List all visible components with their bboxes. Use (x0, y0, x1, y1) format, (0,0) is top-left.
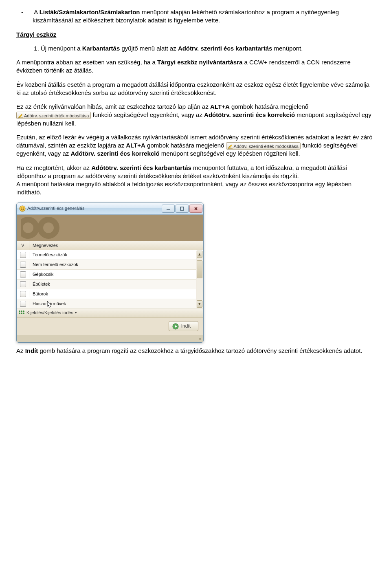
scroll-thumb[interactable] (197, 260, 202, 278)
text: A menüpont hatására megnyíló ablakból a … (16, 181, 351, 196)
bold-text: Adótörv. szerinti écs korrekció (70, 150, 159, 157)
text: A menüpontra abban az esetben van szüksé… (16, 59, 157, 66)
text: Az (16, 347, 25, 354)
column-header-v[interactable]: V (17, 241, 29, 250)
window-titlebar[interactable]: Adótrv.szerinti écs generálás (17, 203, 203, 215)
resize-grip[interactable] (17, 335, 203, 342)
alt-a-shortcut: ALT+A (210, 103, 230, 110)
text: menüpont segítségével egy lépésben rögzí… (160, 150, 300, 157)
app-icon (19, 205, 26, 212)
scrollbar[interactable]: ▴ ▾ (196, 251, 203, 308)
bold-text: Adótötrv. szerinti écs korrekció (204, 111, 295, 118)
checkbox[interactable] (20, 252, 26, 258)
checkbox[interactable] (20, 281, 26, 287)
text: Ha ez megtörtént, akkor az (16, 164, 91, 171)
inline-button-adotrv-modositasa[interactable]: Adótrv. szerinti érték módosítása (226, 142, 301, 150)
menupath-bold: Listák/Számlakarton/Számlakarton (40, 9, 140, 15)
pencil-icon (18, 113, 23, 119)
minimize-button[interactable] (162, 205, 175, 213)
svg-rect-6 (180, 207, 184, 210)
list-row[interactable]: Nem termelő eszközök (17, 260, 203, 270)
indit-label: Indít (181, 323, 191, 329)
window-toolbar (17, 215, 203, 241)
dialog-adotrv-ecs-generalas: Adótrv.szerinti écs generálás V Megnevez… (16, 203, 204, 343)
paragraph: Év közbeni átállás esetén a program a me… (16, 81, 375, 97)
bold-text: Adótötrv. szerinti écs karbantartás (91, 164, 191, 171)
maximize-icon (180, 207, 184, 211)
text: A (34, 9, 39, 15)
bold-text: Karbantartás (82, 45, 120, 52)
checkbox[interactable] (20, 291, 26, 297)
list-cell: Termelőeszközök (29, 252, 203, 258)
list-body: Termelőeszközök Nem termelő eszközök Gép… (17, 250, 203, 308)
svg-point-9 (23, 311, 24, 312)
text: Ez az érték nyilvánvalóan hibás, amit az… (16, 103, 210, 110)
checkbox[interactable] (20, 301, 26, 307)
numbered-list: Új menüpont a Karbantartás gyűjtő menü a… (16, 44, 375, 53)
list-header: V Megnevezés (17, 241, 203, 250)
paragraph: A menüpontra abban az esetben van szüksé… (16, 58, 375, 75)
svg-point-8 (21, 311, 22, 312)
bullet-list: A Listák/Számlakarton/Számlakarton menüp… (16, 8, 375, 25)
inline-button-label: Adótrv. szerinti érték módosítása (24, 113, 89, 118)
svg-rect-5 (167, 209, 170, 210)
dialog-footer: Indít (17, 317, 203, 335)
list-row[interactable]: Termelőeszközök (17, 250, 203, 260)
inline-button-adotrv-modositasa[interactable]: Adótrv. szerinti érték módosítása (16, 112, 91, 119)
scroll-down-button[interactable]: ▾ (197, 300, 202, 308)
list-row[interactable]: Haszonjárművek (17, 299, 203, 309)
select-deselect-label: Kijelölés/Kijelölés törlés (26, 310, 73, 316)
text: gyűjtő menü alatt az (120, 45, 178, 52)
list-cell: Épületek (29, 281, 203, 287)
pencil-icon (227, 143, 233, 149)
minimize-icon (166, 207, 170, 211)
svg-point-3 (21, 207, 22, 208)
maximize-button[interactable] (176, 205, 189, 213)
text: gombok hatására megjelenő (230, 103, 308, 110)
svg-point-4 (23, 207, 24, 208)
dropdown-arrow-icon: ▾ (75, 310, 77, 315)
text: Új menüpont a (41, 45, 82, 52)
list-cell: Bútorok (29, 291, 203, 297)
numbered-item-1: Új menüpont a Karbantartás gyűjtő menü a… (41, 44, 375, 53)
bold-text: Tárgyi eszköz nyilvántartásra (157, 59, 242, 66)
list-cell: Gépkocsik (29, 271, 203, 277)
window-title: Adótrv.szerinti écs generálás (27, 205, 162, 211)
paragraph: Ezután, az előző lezár év végéig a válla… (16, 133, 375, 158)
paragraph: Az Indít gomb hatására a program rögzíti… (16, 347, 375, 355)
text: gombok hatására megjelenő (145, 142, 226, 149)
list-cell: Haszonjárművek (29, 301, 203, 307)
inline-button-label: Adótrv. szerinti érték módosítása (234, 144, 299, 149)
list-cell: Nem termelő eszközök (29, 262, 203, 268)
close-button[interactable] (189, 205, 202, 213)
bullet-item: A Listák/Számlakarton/Számlakarton menüp… (33, 8, 375, 25)
bold-text: Indít (25, 347, 38, 354)
bold-text: Adótrv. szerinti écs karbantartás (178, 45, 272, 52)
paragraph: Ez az érték nyilvánvalóan hibás, amit az… (16, 103, 375, 128)
select-deselect-bar[interactable]: Kijelölés/Kijelölés törlés ▾ (17, 308, 203, 317)
alt-a-shortcut: ALT+A (126, 142, 145, 149)
play-icon (172, 323, 179, 330)
list-row[interactable]: Épületek (17, 280, 203, 289)
indit-button[interactable]: Indít (169, 321, 198, 331)
checkbox[interactable] (20, 271, 26, 277)
svg-point-12 (23, 313, 24, 314)
svg-point-11 (21, 313, 22, 314)
close-icon (194, 207, 198, 211)
paragraph: Ha ez megtörtént, akkor az Adótötrv. sze… (16, 164, 375, 197)
text: gomb hatására a program rögzíti az eszkö… (38, 347, 362, 354)
svg-point-10 (19, 313, 20, 314)
svg-point-2 (20, 206, 25, 211)
scroll-up-button[interactable]: ▴ (197, 251, 202, 258)
select-all-icon (18, 310, 25, 316)
svg-point-7 (19, 311, 20, 312)
text: menüpont. (272, 45, 303, 52)
section-heading-targyi-eszkoz: Tárgyi eszköz (16, 31, 375, 39)
column-header-megnevezes[interactable]: Megnevezés (29, 241, 203, 250)
list-row[interactable]: Bútorok (17, 289, 203, 299)
text: funkció segítségével egyenként, vagy az (93, 111, 204, 118)
checkbox[interactable] (20, 262, 26, 268)
list-row[interactable]: Gépkocsik (17, 270, 203, 280)
